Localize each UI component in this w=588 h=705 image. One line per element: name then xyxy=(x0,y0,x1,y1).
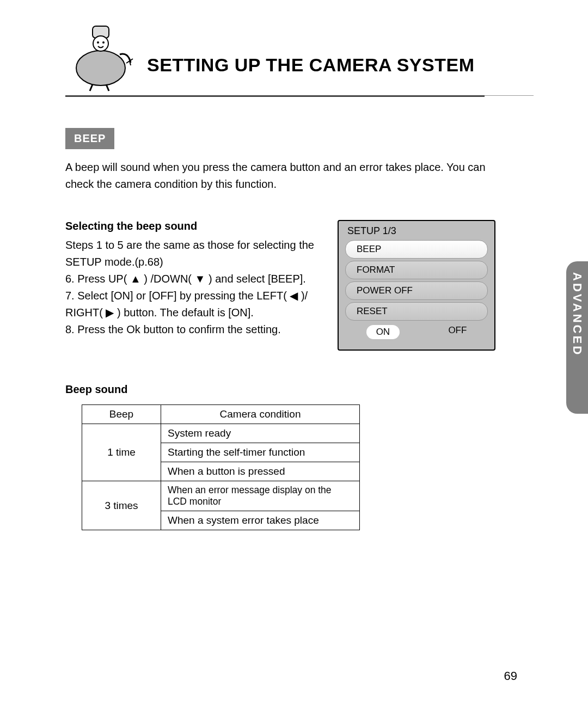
step-text: 6. Press UP( ▲ ) /DOWN( ▼ ) and select [… xyxy=(65,271,327,287)
page-number: 69 xyxy=(504,669,517,683)
lcd-option-poweroff: POWER OFF xyxy=(345,281,488,300)
lcd-title: SETUP 1/3 xyxy=(347,225,491,237)
table-cell-1time: 1 time xyxy=(82,424,161,481)
camera-lcd-mock: SETUP 1/3 BEEP FORMAT POWER OFF RESET ON… xyxy=(338,220,495,351)
side-tab-label: ADVANCED xyxy=(570,272,584,357)
instructions-column: Selecting the beep sound Steps 1 to 5 ar… xyxy=(65,220,327,351)
subheading-beep-sound: Beep sound xyxy=(65,383,528,396)
svg-point-3 xyxy=(97,41,99,44)
table-cell: When a button is pressed xyxy=(161,462,360,481)
page-title: SETTING UP THE CAMERA SYSTEM xyxy=(147,54,475,76)
lcd-off-label: OFF xyxy=(448,325,467,339)
svg-point-2 xyxy=(93,36,108,51)
subheading-selecting: Selecting the beep sound xyxy=(65,220,327,232)
table-header-condition: Camera condition xyxy=(161,405,360,424)
table-header-beep: Beep xyxy=(82,405,161,424)
svg-point-0 xyxy=(76,51,125,85)
step-text: 8. Press the Ok button to confirm the se… xyxy=(65,321,327,338)
step-text: Steps 1 to 5 are the same as those for s… xyxy=(65,237,327,271)
section-badge-beep: BEEP xyxy=(65,128,114,149)
beep-table: Beep Camera condition 1 time System read… xyxy=(82,404,360,530)
lcd-on-pill: ON xyxy=(366,325,400,339)
lcd-option-reset: RESET xyxy=(345,302,488,321)
section-intro: A beep will sound when you press the cam… xyxy=(65,159,512,193)
svg-point-4 xyxy=(102,41,105,44)
table-cell-3times: 3 times xyxy=(82,481,161,530)
table-cell: System ready xyxy=(161,424,360,443)
header-rule xyxy=(65,95,485,97)
header-rule-ext xyxy=(485,95,534,96)
mascot-illustration xyxy=(65,16,142,93)
side-tab-advanced: ADVANCED xyxy=(566,261,588,414)
page-header: SETTING UP THE CAMERA SYSTEM xyxy=(65,16,528,103)
table-cell: When a system error takes place xyxy=(161,511,360,530)
table-cell: When an error message display on the LCD… xyxy=(161,481,360,511)
table-cell: Starting the self-timer function xyxy=(161,443,360,462)
lcd-option-beep: BEEP xyxy=(345,240,488,259)
lcd-option-format: FORMAT xyxy=(345,261,488,279)
step-text: 7. Select [ON] or [OFF] by pressing the … xyxy=(65,287,327,321)
